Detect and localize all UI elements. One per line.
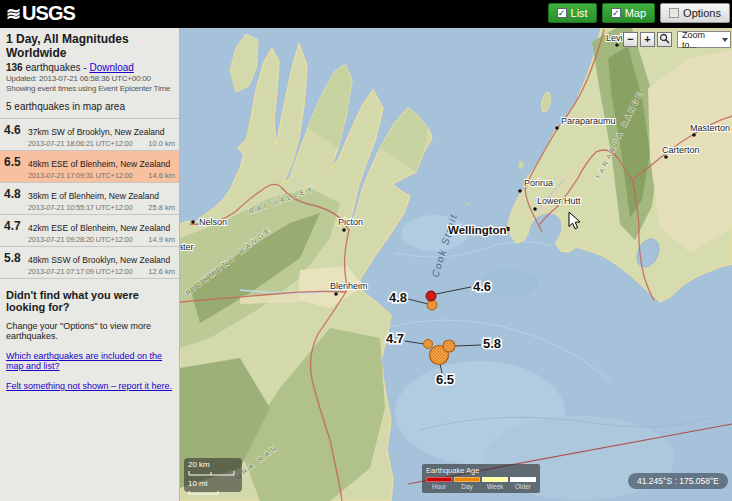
magnitude-value: 4.7 [4, 217, 28, 244]
epicenter-marker-4.7[interactable] [424, 340, 433, 349]
city-label-paraparaumu: Paraparaumu [561, 116, 616, 126]
report-felt-link[interactable]: Felt something not shown – report it her… [6, 381, 173, 391]
checkbox-checked-icon: ✓ [611, 8, 621, 18]
quake-place: 48km SSW of Brooklyn, New Zealand [28, 255, 170, 265]
scale-mi-bar [188, 491, 222, 495]
legend-label-older: Older [510, 483, 536, 490]
included-earthquakes-link[interactable]: Which earthquakes are included on the ma… [6, 351, 173, 371]
scale-mi-label: 10 mi [188, 479, 238, 488]
quake-place: 38km E of Blenheim, New Zealand [28, 191, 159, 201]
quake-depth: 25.8 km [148, 203, 175, 212]
map-mag-4.7: 4.7 [386, 331, 404, 346]
epicenter-marker-4.6[interactable] [426, 291, 436, 301]
earthquake-list-item[interactable]: 4.6 37km SW of Brooklyn, New Zealand 201… [0, 119, 179, 151]
updated-timestamp: Updated: 2013-07-21 06:58:36 UTC+00:00 [6, 74, 173, 83]
earthquake-list-item[interactable]: 4.8 38km E of Blenheim, New Zealand 2013… [0, 183, 179, 215]
quake-place: 48km ESE of Blenheim, New Zealand [28, 159, 170, 169]
quake-depth: 12.6 km [148, 267, 175, 276]
help-section: Didn't find what you were looking for? C… [0, 279, 179, 391]
city-label-partial: ater [180, 242, 194, 252]
scale-km-label: 20 km [188, 460, 238, 469]
cursor-coordinates: 41.245°S : 175.058°E [628, 473, 728, 489]
usgs-logo-text: USGS [22, 2, 75, 25]
chevron-down-icon [722, 38, 728, 42]
mouse-cursor-icon [568, 211, 581, 230]
quake-time: 2013-07-21 17:09:31 UTC+12:00 [28, 171, 133, 180]
legend-label-week: Week [482, 483, 508, 490]
map-button-label: Map [625, 7, 646, 19]
city-label-porirua: Porirua [524, 178, 553, 188]
earthquake-list-item[interactable]: 6.5 48km ESE of Blenheim, New Zealand 20… [0, 151, 179, 183]
quake-time: 2013-07-21 18:06:21 UTC+12:00 [28, 139, 133, 148]
zoom-in-button[interactable]: + [640, 32, 655, 47]
map-view[interactable]: RICHMOND RANGE TARARUA RANGE RAI VALLEY … [180, 28, 732, 501]
options-button-label: Options [683, 7, 721, 19]
epicenter-marker-5.8[interactable] [443, 340, 455, 352]
earthquake-list-item[interactable]: 5.8 48km SSW of Brooklyn, New Zealand 20… [0, 247, 179, 279]
magnitude-value: 6.5 [4, 153, 28, 180]
earthquake-list: 4.6 37km SW of Brooklyn, New Zealand 201… [0, 118, 179, 279]
top-bar: ≋ USGS ✓ List ✓ Map Options [0, 0, 732, 28]
legend-label-hour: Hour [426, 483, 452, 490]
legend-label-day: Day [454, 483, 480, 490]
map-toggle-button[interactable]: ✓ Map [602, 3, 655, 23]
usgs-logo: ≋ USGS [6, 2, 75, 25]
city-label-lower-hutt: Lower Hutt [537, 196, 581, 206]
checkbox-checked-icon: ✓ [557, 8, 567, 18]
legend-title: Earthquake Age [426, 466, 536, 475]
terrain-map: RICHMOND RANGE TARARUA RANGE RAI VALLEY … [180, 28, 732, 501]
scale-km-bar [188, 471, 236, 476]
epicenter-marker-4.8[interactable] [427, 300, 437, 310]
magnitude-value: 4.8 [4, 185, 28, 212]
map-area-count: 5 earthquakes in map area [6, 101, 173, 112]
download-link[interactable]: Download [89, 62, 133, 73]
options-button[interactable]: Options [660, 3, 730, 23]
legend-swatch-older [510, 477, 536, 482]
quake-place: 37km SW of Brooklyn, New Zealand [28, 127, 165, 137]
timezone-note: Showing event times using Event Epicente… [6, 84, 173, 93]
magnifier-button[interactable] [657, 32, 672, 47]
zoom-out-button[interactable]: − [623, 32, 638, 47]
quake-place: 42km ESE of Blenheim, New Zealand [28, 223, 170, 233]
map-mag-5.8: 5.8 [483, 336, 501, 351]
magnitude-value: 5.8 [4, 249, 28, 276]
city-label-masterton: Masterton [690, 123, 730, 133]
city-label-carterton: Carterton [662, 145, 700, 155]
mana-island [519, 161, 524, 169]
legend-swatch-day [454, 477, 480, 482]
map-scale: 20 km 10 mi [184, 458, 242, 492]
quake-time: 2013-07-21 10:55:17 UTC+12:00 [28, 203, 133, 212]
quake-depth: 14.6 km [148, 171, 175, 180]
zoom-to-label: Zoom to... [682, 30, 722, 50]
city-label-picton: Picton [338, 217, 363, 227]
quake-depth: 14.9 km [148, 235, 175, 244]
earthquake-count: 136 [6, 62, 23, 73]
earthquake-list-item[interactable]: 4.7 42km ESE of Blenheim, New Zealand 20… [0, 215, 179, 247]
help-heading: Didn't find what you were looking for? [6, 289, 173, 313]
quake-depth: 10.0 km [148, 139, 175, 148]
legend-swatch-hour [426, 477, 452, 482]
city-label-nelson: Nelson [199, 217, 227, 227]
quake-time: 2013-07-21 07:17:09 UTC+12:00 [28, 267, 133, 276]
feed-title: 1 Day, All Magnitudes Worldwide [6, 32, 173, 60]
brothers-islands [465, 202, 468, 205]
magnitude-value: 4.6 [4, 121, 28, 148]
earthquake-age-legend: Earthquake Age Hour Day Week Older [422, 464, 540, 493]
quake-time: 2013-07-21 09:28:20 UTC+12:00 [28, 235, 133, 244]
help-body: Change your "Options" to view more earth… [6, 321, 173, 341]
magnifier-icon [659, 33, 670, 44]
map-mag-4.6: 4.6 [473, 279, 491, 294]
list-button-label: List [571, 7, 588, 19]
map-mag-4.8: 4.8 [389, 290, 407, 305]
zoom-to-dropdown[interactable]: Zoom to... [677, 31, 731, 48]
legend-swatch-week [482, 477, 508, 482]
brothers-islands [471, 207, 473, 209]
city-label-wellington: Wellington [448, 224, 507, 236]
options-icon [669, 8, 679, 18]
map-zoom-controls: − + Zoom to... [623, 31, 731, 48]
earthquake-count-line: 136 earthquakes - Download [6, 62, 173, 73]
list-toggle-button[interactable]: ✓ List [548, 3, 597, 23]
map-mag-6.5: 6.5 [436, 372, 454, 387]
city-label-blenheim: Blenheim [330, 281, 368, 291]
usgs-wave-icon: ≋ [6, 3, 20, 25]
